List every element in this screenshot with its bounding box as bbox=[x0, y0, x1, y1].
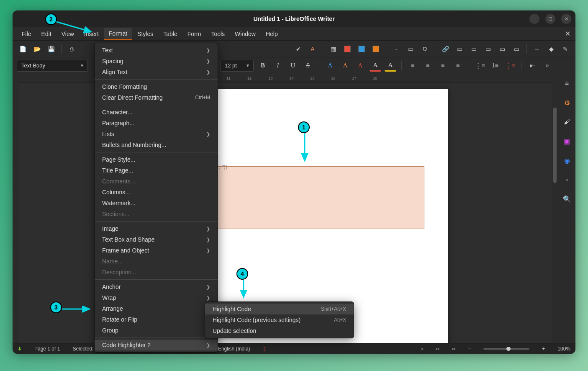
new-doc-icon[interactable]: 📄 bbox=[17, 43, 28, 55]
submenu-item-highlight-code-previous-settings[interactable]: Highlight Code (previous settings)Alt+X bbox=[205, 314, 354, 325]
bold-button[interactable]: B bbox=[257, 60, 269, 72]
page-break-icon[interactable]: ⫞ bbox=[390, 43, 402, 55]
menu-item-group[interactable]: Group❯ bbox=[95, 325, 218, 336]
special-char-icon[interactable]: Ω bbox=[419, 43, 431, 55]
vertical-scrollbar[interactable] bbox=[552, 74, 558, 343]
menu-item-page-style[interactable]: Page Style... bbox=[95, 154, 218, 165]
image-icon[interactable] bbox=[342, 43, 353, 55]
cross-ref-icon[interactable]: ▭ bbox=[482, 43, 494, 55]
menu-item-spacing[interactable]: Spacing❯ bbox=[95, 56, 218, 67]
menu-item-text-box-and-shape[interactable]: Text Box and Shape❯ bbox=[95, 234, 218, 245]
menu-table[interactable]: Table bbox=[158, 28, 182, 40]
menu-item-wrap[interactable]: Wrap❯ bbox=[95, 292, 218, 303]
view-book-icon[interactable]: ▫▫ bbox=[452, 346, 456, 352]
font-color-icon[interactable]: A bbox=[307, 43, 318, 55]
menu-item-frame-and-object[interactable]: Frame and Object❯ bbox=[95, 245, 218, 256]
paragraph-style-combo[interactable]: Text Body ▼ bbox=[17, 60, 88, 72]
menubar-close-icon[interactable]: ✕ bbox=[565, 30, 570, 38]
menu-item-rotate-or-flip[interactable]: Rotate or Flip❯ bbox=[95, 314, 218, 325]
shape-icon[interactable]: ◆ bbox=[545, 43, 557, 55]
navigator-icon[interactable]: ◉ bbox=[562, 155, 572, 165]
draw-icon[interactable]: ✎ bbox=[560, 43, 571, 55]
menu-styles[interactable]: Styles bbox=[132, 28, 158, 40]
menu-window[interactable]: Window bbox=[230, 28, 261, 40]
menu-tools[interactable]: Tools bbox=[206, 28, 230, 40]
font-size-combo[interactable]: 12 pt ▼ bbox=[220, 60, 254, 72]
menu-item-anchor[interactable]: Anchor❯ bbox=[95, 281, 218, 292]
insert-mode-icon[interactable]: ⌶ bbox=[263, 346, 266, 352]
close-button[interactable]: ✕ bbox=[561, 14, 571, 24]
subscript-button[interactable]: A bbox=[339, 60, 351, 72]
outline-button[interactable]: ⋮≡ bbox=[504, 60, 516, 72]
menu-item-clone-formatting[interactable]: Clone Formatting bbox=[95, 81, 218, 92]
menu-item-title-page[interactable]: Title Page... bbox=[95, 165, 218, 176]
chart-icon[interactable] bbox=[356, 43, 367, 55]
sidebar-settings-icon[interactable]: ≡ bbox=[562, 78, 572, 88]
zoom-out-button[interactable]: − bbox=[468, 346, 471, 352]
submenu-item-update-selection[interactable]: Update selection bbox=[205, 325, 354, 336]
track-changes-icon[interactable]: ▭ bbox=[511, 43, 522, 55]
properties-icon[interactable]: ⚙ bbox=[562, 98, 572, 108]
align-right-button[interactable]: ≡ bbox=[437, 60, 449, 72]
spellcheck-icon[interactable]: ✔ bbox=[293, 43, 304, 55]
line-icon[interactable]: ─ bbox=[531, 43, 543, 55]
more-options-button[interactable]: » bbox=[542, 60, 553, 72]
textbox-icon[interactable] bbox=[370, 43, 382, 55]
zoom-slider-thumb[interactable] bbox=[506, 347, 511, 351]
menu-item-image[interactable]: Image❯ bbox=[95, 223, 218, 234]
menu-item-clear-direct-formatting[interactable]: Clear Direct FormattingCtrl+M bbox=[95, 92, 218, 103]
save-indicator-icon[interactable]: ⬇ bbox=[18, 346, 22, 352]
export-pdf-icon[interactable]: ⎙ bbox=[66, 43, 77, 55]
gallery-icon[interactable]: ▣ bbox=[562, 136, 572, 146]
menu-item-paragraph[interactable]: Paragraph... bbox=[95, 118, 218, 129]
menu-file[interactable]: File bbox=[17, 28, 36, 40]
zoom-in-button[interactable]: + bbox=[542, 346, 545, 352]
menu-item-watermark[interactable]: Watermark... bbox=[95, 198, 218, 209]
strikethrough-button[interactable]: S bbox=[302, 60, 314, 72]
open-icon[interactable]: 📂 bbox=[31, 43, 43, 55]
status-language[interactable]: English (India) bbox=[218, 346, 250, 352]
menu-item-bullets-and-numbering[interactable]: Bullets and Numbering... bbox=[95, 139, 218, 150]
number-list-button[interactable]: 1≡ bbox=[489, 60, 501, 72]
maximize-button[interactable]: ☐ bbox=[545, 14, 555, 24]
bookmark-icon[interactable]: ▭ bbox=[468, 43, 480, 55]
menu-help[interactable]: Help bbox=[261, 28, 283, 40]
menu-item-align-text[interactable]: Align Text❯ bbox=[95, 67, 218, 77]
menu-edit[interactable]: Edit bbox=[36, 28, 56, 40]
menu-item-arrange[interactable]: Arrange❯ bbox=[95, 303, 218, 314]
menu-item-text[interactable]: Text❯ bbox=[95, 45, 218, 56]
hyperlink-icon[interactable]: 🔗 bbox=[439, 43, 451, 55]
comment-icon[interactable]: ▭ bbox=[496, 43, 508, 55]
submenu-item-highlight-code[interactable]: Highlight CodeShift+Alt+X bbox=[205, 304, 354, 314]
menu-item-lists[interactable]: Lists❯ bbox=[95, 129, 218, 139]
styles-icon[interactable]: 🖌 bbox=[562, 117, 572, 127]
table-icon[interactable]: ▦ bbox=[327, 43, 339, 55]
page-icon[interactable]: ▫ bbox=[562, 175, 572, 185]
inspector-icon[interactable]: 🔍 bbox=[562, 194, 572, 204]
align-left-button[interactable]: ≡ bbox=[407, 60, 419, 72]
footnote-icon[interactable]: ▭ bbox=[454, 43, 465, 55]
zoom-slider[interactable] bbox=[483, 348, 529, 350]
scrollbar-thumb[interactable] bbox=[553, 108, 557, 183]
zoom-value[interactable]: 100% bbox=[557, 346, 570, 352]
align-center-button[interactable]: ≡ bbox=[422, 60, 434, 72]
menu-form[interactable]: Form bbox=[182, 28, 206, 40]
underline-button[interactable]: U bbox=[287, 60, 299, 72]
font-color-button[interactable]: A bbox=[370, 60, 381, 72]
menu-item-character[interactable]: Character... bbox=[95, 107, 218, 118]
status-page[interactable]: Page 1 of 1 bbox=[34, 346, 60, 352]
italic-button[interactable]: I bbox=[272, 60, 284, 72]
field-icon[interactable]: ▭ bbox=[405, 43, 416, 55]
menu-item-columns[interactable]: Columns... bbox=[95, 187, 218, 198]
menu-format[interactable]: Format bbox=[104, 28, 132, 40]
bullet-list-button[interactable]: ⋮≡ bbox=[474, 60, 486, 72]
save-icon[interactable]: 💾 bbox=[45, 43, 57, 55]
menu-item-code-highlighter-2[interactable]: Code Highlighter 2❯ bbox=[95, 340, 218, 350]
superscript-button[interactable]: A bbox=[324, 60, 336, 72]
view-single-icon[interactable]: ▫ bbox=[421, 346, 423, 352]
view-multi-icon[interactable]: ▫▫ bbox=[436, 346, 439, 352]
font-effects-button[interactable]: A bbox=[354, 60, 366, 72]
align-justify-button[interactable]: ≡ bbox=[452, 60, 464, 72]
indent-decrease-button[interactable]: ⇤ bbox=[526, 60, 538, 72]
highlight-button[interactable]: A bbox=[385, 60, 396, 72]
